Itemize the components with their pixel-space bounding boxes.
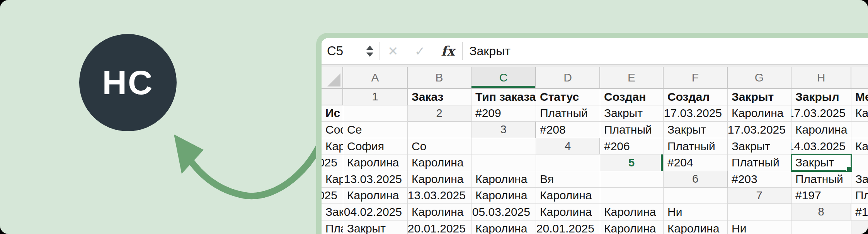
cell-B7[interactable]: Платный xyxy=(851,188,868,204)
cell-F2[interactable]: 17.03.2025 xyxy=(791,105,851,122)
cell-D5[interactable]: 13.03.2025 xyxy=(851,154,868,171)
cell-C5[interactable]: Закрыт xyxy=(791,154,851,171)
cell-H5-label: Каролина xyxy=(475,173,527,186)
cell-E4[interactable]: Каролина xyxy=(851,138,868,155)
cell-F7[interactable]: 05.03.2025 xyxy=(471,204,536,220)
cell-E5[interactable]: Каролина xyxy=(322,171,343,188)
cell-G1[interactable]: Закрыл xyxy=(791,89,851,105)
column-header-E[interactable]: E xyxy=(600,67,664,89)
cell-F5[interactable]: 13.03.2025 xyxy=(343,171,408,188)
cell-F6[interactable]: 13.03.2025 xyxy=(408,188,471,204)
column-header-C[interactable]: C xyxy=(471,67,536,89)
cell-B1[interactable]: Тип заказа xyxy=(471,89,536,105)
row-header-1[interactable]: 1 xyxy=(343,89,408,105)
cell-F8[interactable]: 20.01.2025 xyxy=(536,220,600,234)
cell-E7[interactable]: Каролина xyxy=(408,204,471,220)
cell-E1[interactable]: Создал xyxy=(664,89,728,105)
cell-I6[interactable] xyxy=(600,188,664,204)
cell-C4[interactable]: Закрыт xyxy=(728,138,791,155)
column-header-F[interactable]: F xyxy=(664,67,728,89)
cell-A7[interactable]: #197 xyxy=(791,188,851,204)
column-header-A[interactable]: A xyxy=(343,67,408,89)
cell-A8[interactable]: #188 xyxy=(851,204,868,220)
cell-F1[interactable]: Закрыт xyxy=(728,89,791,105)
cell-I8[interactable]: Ни xyxy=(728,220,791,234)
cell-A6[interactable]: #203 xyxy=(728,171,791,188)
name-box-spinner[interactable] xyxy=(366,46,374,57)
cell-G6[interactable]: Каролина xyxy=(471,188,536,204)
cell-I4[interactable] xyxy=(471,154,536,171)
cell-H3[interactable]: София xyxy=(343,138,408,155)
cell-D8[interactable]: 20.01.2025 xyxy=(408,220,471,234)
row-header-4[interactable]: 4 xyxy=(536,138,600,155)
cell-A2[interactable]: #209 xyxy=(471,105,536,122)
row-header-6[interactable]: 6 xyxy=(664,171,728,188)
row-header-8[interactable]: 8 xyxy=(791,204,851,220)
cell-D6[interactable]: 13.03.2025 xyxy=(322,188,343,204)
cell-H6[interactable]: Каролина xyxy=(536,188,600,204)
cell-A4[interactable]: #206 xyxy=(600,138,664,155)
column-header-G[interactable]: G xyxy=(728,67,791,89)
cell-I5[interactable]: Вя xyxy=(536,171,600,188)
cell-G5[interactable]: Каролина xyxy=(408,171,471,188)
cell-C8[interactable]: Закрыт xyxy=(343,220,408,234)
row-header-9[interactable]: 9 xyxy=(851,220,868,234)
cell-B4[interactable]: Платный xyxy=(664,138,728,155)
cell-G7[interactable]: Каролина xyxy=(536,204,600,220)
cell-C2[interactable]: Закрыт xyxy=(600,105,664,122)
cancel-icon[interactable]: ✕ xyxy=(380,44,407,59)
cell-E3[interactable]: Каролина xyxy=(791,122,851,138)
cell-G8[interactable]: Каролина xyxy=(600,220,664,234)
spinner-down-icon[interactable] xyxy=(366,53,373,57)
cell-D1[interactable]: Создан xyxy=(600,89,664,105)
insert-function-icon[interactable]: fx xyxy=(433,43,462,59)
cell-C7[interactable]: Закрыт xyxy=(322,204,343,220)
cell-A3[interactable]: #208 xyxy=(536,122,600,138)
cell-B3[interactable]: Платный xyxy=(600,122,664,138)
cell-H7[interactable]: Каролина xyxy=(600,204,664,220)
cell-E8[interactable]: Каролина xyxy=(471,220,536,234)
column-header-B[interactable]: B xyxy=(408,67,471,89)
cell-D4[interactable]: 14.03.2025 xyxy=(791,138,851,155)
cell-G3[interactable]: Каролина xyxy=(322,138,343,155)
row-header-5[interactable]: 5 xyxy=(600,154,664,171)
column-header-H[interactable]: H xyxy=(791,67,851,89)
column-header-I[interactable]: I xyxy=(851,67,868,89)
cell-F3[interactable]: 17.03.2025 xyxy=(851,122,868,138)
row-header-2[interactable]: 2 xyxy=(408,105,471,122)
cell-C1[interactable]: Статус xyxy=(536,89,600,105)
cell-D3[interactable]: 17.03.2025 xyxy=(728,122,791,138)
row-header-7[interactable]: 7 xyxy=(728,188,791,204)
cell-I3[interactable]: Со xyxy=(408,138,471,155)
cell-H2[interactable]: София xyxy=(322,122,343,138)
cell-E6[interactable]: Каролина xyxy=(343,188,408,204)
cell-A1[interactable]: Заказ xyxy=(408,89,471,105)
formula-bar-input[interactable]: Закрыт xyxy=(463,44,511,58)
spinner-up-icon[interactable] xyxy=(366,46,373,50)
cell-E2[interactable]: Каролина xyxy=(728,105,791,122)
cell-H8[interactable]: Каролина xyxy=(664,220,728,234)
cell-C3[interactable]: Закрыт xyxy=(664,122,728,138)
cell-name-box[interactable]: C5 xyxy=(322,44,366,58)
cell-H4[interactable]: Каролина xyxy=(408,154,471,171)
cell-H5[interactable]: Каролина xyxy=(471,171,536,188)
cell-G4[interactable]: Каролина xyxy=(343,154,408,171)
cell-B2[interactable]: Платный xyxy=(536,105,600,122)
cell-D7[interactable]: 04.02.2025 xyxy=(343,204,408,220)
select-all-button[interactable] xyxy=(322,67,343,89)
cell-B8[interactable]: Платный xyxy=(322,220,343,234)
cell-A5[interactable]: #204 xyxy=(664,154,728,171)
cell-G2[interactable]: Каролина xyxy=(851,105,868,122)
cell-I1[interactable]: Ис xyxy=(322,105,343,122)
cell-C6[interactable]: Закрыт xyxy=(851,171,868,188)
cell-D2[interactable]: 17.03.2025 xyxy=(664,105,728,122)
column-header-D[interactable]: D xyxy=(536,67,600,89)
cell-B6[interactable]: Платный xyxy=(791,171,851,188)
cell-I2[interactable]: Се xyxy=(343,122,408,138)
row-header-3[interactable]: 3 xyxy=(471,122,536,138)
cell-B5[interactable]: Платный xyxy=(728,154,791,171)
cell-I7[interactable]: Ни xyxy=(664,204,728,220)
cell-H1[interactable]: Менеджер xyxy=(851,89,868,105)
confirm-icon[interactable]: ✓ xyxy=(407,44,434,59)
cell-F4[interactable]: 14.03.2025 xyxy=(322,154,343,171)
